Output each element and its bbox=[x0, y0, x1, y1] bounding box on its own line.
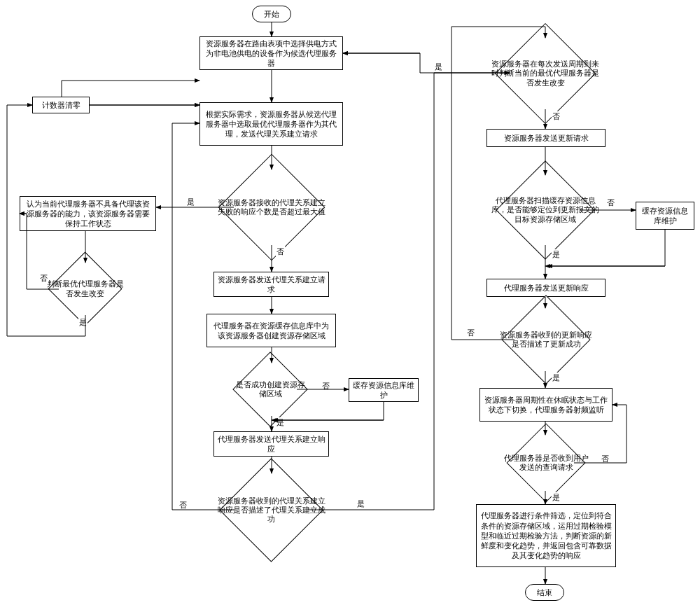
box-keep-working: 认为当前代理服务器不具备代理该资源服务器的能力，该资源服务器需要保持工作状态 bbox=[20, 196, 156, 231]
diamond-estab-ok: 资源服务器收到的代理关系建立响应是否描述了代理关系建立成功 bbox=[234, 473, 308, 547]
end-terminal: 结束 bbox=[525, 584, 564, 601]
box-send-estab-resp: 代理服务器发送代理关系建立响应 bbox=[214, 431, 329, 457]
box-select-candidate: 资源服务器在路由表项中选择供电方式为非电池供电的设备作为候选代理服务器 bbox=[200, 36, 343, 70]
diamond-update-ok: 资源服务器收到的更新响应是否描述了更新成功 bbox=[514, 308, 578, 371]
label-yes-1: 是 bbox=[186, 197, 195, 207]
box-cache-maint-left: 缓存资源信息库维护 bbox=[349, 378, 419, 402]
label-yes-7: 是 bbox=[552, 373, 561, 383]
diamond-locate: 代理服务器扫描缓存资源信息库，是否能够定位到更新报文的目标资源存储区域 bbox=[510, 175, 580, 245]
box-create-storage: 代理服务器在资源缓存信息库中为该资源服务器创建资源存储区域 bbox=[206, 314, 336, 347]
start-terminal: 开始 bbox=[252, 6, 291, 22]
box-send-establish: 资源服务器发送代理关系建立请求 bbox=[214, 272, 329, 297]
label-no-1: 否 bbox=[276, 246, 285, 257]
label-no-4: 否 bbox=[178, 500, 188, 510]
label-yes-5: 是 bbox=[434, 62, 443, 72]
box-counter-reset: 计数器清零 bbox=[32, 97, 90, 113]
label-yes-8: 是 bbox=[552, 492, 561, 503]
label-no-8: 否 bbox=[601, 454, 610, 464]
box-select-optimal: 根据实际需求，资源服务器从候选代理服务器中选取最优代理服务器作为其代理，发送代理… bbox=[200, 102, 343, 146]
diamond-query-recv: 代理服务器是否收到用户发送的查询请求 bbox=[518, 435, 574, 491]
box-filter-respond: 代理服务器进行条件筛选，定位到符合条件的资源存储区域，运用过期检验模型和临近过期… bbox=[476, 504, 616, 567]
box-cache-maint-right: 缓存资源信息库维护 bbox=[636, 202, 694, 230]
diamond-fail-count: 资源服务器接收的代理关系建立失败的响应个数是否超过最大值 bbox=[234, 169, 309, 245]
box-send-update-req: 资源服务器发送更新请求 bbox=[486, 129, 606, 147]
diamond-cycle-change: 资源服务器在每次发送周期到来时判断当前的最优代理服务器是否发生改变 bbox=[510, 38, 581, 109]
diamond-create-ok: 是否成功创建资源存储区域 bbox=[244, 363, 297, 416]
label-yes-4: 是 bbox=[356, 499, 365, 509]
box-send-update-resp: 代理服务器发送更新响应 bbox=[486, 279, 606, 297]
diamond-opt-change: 判断最优代理服务器是否发生改变 bbox=[59, 263, 111, 315]
label-no-3: 否 bbox=[321, 381, 330, 391]
label-no-6: 否 bbox=[606, 197, 615, 208]
label-yes-6: 是 bbox=[552, 249, 561, 260]
label-no-2: 否 bbox=[39, 273, 48, 284]
label-no-7: 否 bbox=[466, 328, 475, 338]
label-yes-3: 是 bbox=[276, 417, 285, 428]
label-yes-2: 是 bbox=[78, 317, 88, 328]
label-no-5: 否 bbox=[552, 111, 561, 122]
box-sleep-listen: 资源服务器周期性在休眠状态与工作状态下切换，代理服务器射频监听 bbox=[479, 388, 612, 422]
